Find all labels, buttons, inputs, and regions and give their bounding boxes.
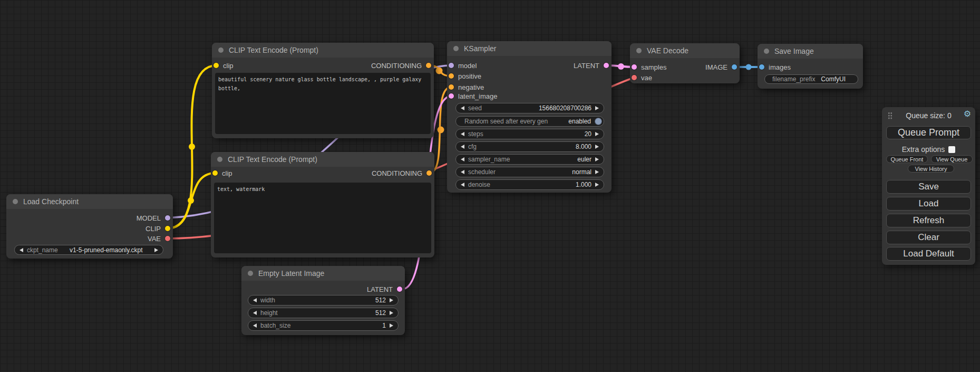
scheduler-widget[interactable]: scheduler normal — [455, 167, 604, 177]
queue-prompt-button[interactable]: Queue Prompt — [886, 126, 971, 139]
save-button[interactable]: Save — [886, 180, 971, 194]
node-vae-decode[interactable]: VAE Decode samples vae IMAGE — [630, 43, 740, 83]
node-graph-canvas[interactable]: Load Checkpoint MODEL CLIP VAE ckpt_name… — [0, 0, 980, 372]
decrement-arrow-icon[interactable] — [20, 248, 23, 252]
decrement-arrow-icon[interactable] — [253, 298, 257, 302]
image-output-dot[interactable] — [732, 64, 737, 70]
increment-arrow-icon[interactable] — [390, 323, 393, 328]
steps-widget[interactable]: steps 20 — [455, 129, 604, 139]
widget-label: steps — [468, 130, 483, 138]
height-widget[interactable]: height 512 — [248, 308, 399, 318]
node-empty-latent-image[interactable]: Empty Latent Image LATENT width 512 heig… — [241, 266, 405, 335]
node-titlebar[interactable]: Save Image — [758, 44, 863, 59]
node-ksampler[interactable]: KSampler model positive negative latent_… — [447, 41, 612, 193]
cfg-widget[interactable]: cfg 8.000 — [455, 141, 604, 152]
increment-arrow-icon[interactable] — [390, 298, 393, 302]
latent-output-dot[interactable] — [604, 63, 609, 68]
link-dot — [189, 144, 195, 150]
node-title: Empty Latent Image — [258, 269, 324, 278]
increment-arrow-icon[interactable] — [595, 183, 599, 187]
decrement-arrow-icon[interactable] — [253, 323, 257, 328]
node-clip-text-encode-positive[interactable]: CLIP Text Encode (Prompt) clip CONDITION… — [212, 43, 434, 138]
node-titlebar[interactable]: CLIP Text Encode (Prompt) — [211, 152, 434, 167]
conditioning-output-dot[interactable] — [426, 63, 431, 68]
increment-arrow-icon[interactable] — [595, 157, 599, 161]
widget-label: height — [260, 309, 278, 317]
conditioning-input-dot[interactable] — [449, 73, 454, 79]
node-clip-text-encode-negative[interactable]: CLIP Text Encode (Prompt) clip CONDITION… — [211, 152, 434, 257]
collapse-dot-icon[interactable] — [217, 157, 222, 162]
clear-button[interactable]: Clear — [886, 231, 971, 244]
clip-input-dot[interactable] — [214, 63, 219, 68]
widget-value: 512 — [375, 309, 386, 317]
increment-arrow-icon[interactable] — [595, 106, 599, 110]
increment-arrow-icon[interactable] — [595, 132, 599, 136]
widget-label: batch_size — [260, 322, 290, 329]
latent-output-dot[interactable] — [397, 287, 402, 292]
latent-input-dot[interactable] — [632, 64, 637, 70]
negative-prompt-textarea[interactable]: text, watermark — [214, 183, 431, 253]
image-input-dot[interactable] — [759, 64, 764, 70]
sampler-name-widget[interactable]: sampler_name euler — [455, 154, 604, 165]
input-images: images — [759, 62, 791, 72]
positive-prompt-textarea[interactable]: beautiful scenery nature glass bottle la… — [215, 73, 431, 134]
conditioning-input-dot[interactable] — [449, 84, 454, 90]
widget-value: 512 — [375, 297, 386, 304]
model-output-dot[interactable] — [165, 215, 170, 221]
node-save-image[interactable]: Save Image images filename_prefix ComfyU… — [758, 44, 863, 89]
load-default-button[interactable]: Load Default — [886, 247, 971, 261]
node-load-checkpoint[interactable]: Load Checkpoint MODEL CLIP VAE ckpt_name… — [6, 194, 173, 259]
widget-value: normal — [572, 168, 591, 176]
ckpt-name-widget[interactable]: ckpt_name v1-5-pruned-emaonly.ckpt — [14, 245, 163, 255]
clip-input-dot[interactable] — [212, 170, 218, 176]
node-titlebar[interactable]: CLIP Text Encode (Prompt) — [212, 43, 434, 58]
decrement-arrow-icon[interactable] — [253, 311, 257, 315]
widget-value: 1 — [382, 322, 386, 329]
collapse-dot-icon[interactable] — [453, 46, 459, 51]
decrement-arrow-icon[interactable] — [461, 145, 464, 149]
increment-arrow-icon[interactable] — [595, 170, 599, 174]
node-titlebar[interactable]: VAE Decode — [630, 43, 740, 58]
seed-widget[interactable]: seed 156680208700286 — [455, 103, 604, 113]
decrement-arrow-icon[interactable] — [461, 157, 464, 161]
node-titlebar[interactable]: Load Checkpoint — [6, 194, 173, 209]
port-label: samples — [641, 63, 666, 71]
vae-input-dot[interactable] — [632, 75, 637, 80]
decrement-arrow-icon[interactable] — [461, 170, 464, 174]
filename-prefix-widget[interactable]: filename_prefix ComfyUI — [764, 74, 858, 84]
collapse-dot-icon[interactable] — [636, 48, 642, 53]
view-history-button[interactable]: View History — [908, 165, 954, 173]
batch-size-widget[interactable]: batch_size 1 — [248, 320, 399, 331]
extra-options-checkbox[interactable] — [948, 146, 955, 153]
random-seed-widget[interactable]: Random seed after every gen enabled — [455, 116, 604, 127]
node-titlebar[interactable]: KSampler — [447, 41, 612, 56]
clip-output-dot[interactable] — [165, 226, 170, 231]
increment-arrow-icon[interactable] — [390, 311, 393, 315]
output-vae: VAE — [148, 233, 170, 244]
width-widget[interactable]: width 512 — [248, 295, 399, 306]
gear-icon[interactable]: ⚙ — [964, 110, 971, 118]
collapse-dot-icon[interactable] — [13, 199, 18, 204]
toggle-icon[interactable] — [595, 118, 602, 125]
collapse-dot-icon[interactable] — [764, 49, 769, 54]
collapse-dot-icon[interactable] — [248, 271, 253, 276]
widget-value: 20 — [585, 130, 591, 138]
decrement-arrow-icon[interactable] — [461, 106, 464, 110]
collapse-dot-icon[interactable] — [218, 47, 224, 53]
view-queue-button[interactable]: View Queue — [931, 155, 973, 163]
decrement-arrow-icon[interactable] — [461, 183, 464, 187]
input-latent-image: latent_image — [449, 91, 497, 101]
latent-input-dot[interactable] — [449, 93, 454, 99]
decrement-arrow-icon[interactable] — [461, 132, 464, 136]
model-input-dot[interactable] — [449, 63, 454, 68]
node-titlebar[interactable]: Empty Latent Image — [241, 266, 405, 281]
refresh-button[interactable]: Refresh — [886, 214, 971, 227]
conditioning-output-dot[interactable] — [426, 170, 432, 176]
vae-output-dot[interactable] — [165, 236, 170, 241]
load-button[interactable]: Load — [886, 197, 971, 211]
increment-arrow-icon[interactable] — [595, 145, 599, 149]
widget-label: ckpt_name — [27, 246, 58, 254]
increment-arrow-icon[interactable] — [154, 248, 158, 252]
denoise-widget[interactable]: denoise 1.000 — [455, 179, 604, 190]
queue-front-button[interactable]: Queue Front — [886, 155, 928, 163]
